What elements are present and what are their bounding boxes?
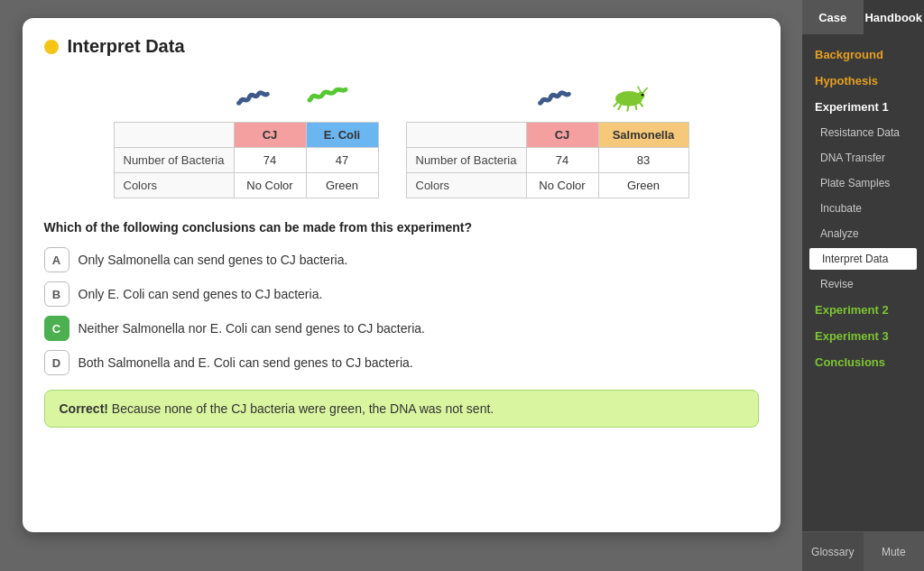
t1-empty	[114, 123, 234, 148]
sidebar: Case Handbook Background Hypothesis Expe…	[802, 0, 924, 571]
cj-bacteria-icon	[219, 73, 291, 118]
correct-label: Correct!	[60, 401, 108, 416]
sidebar-bottom: Glossary Mute	[802, 531, 924, 571]
nav-plate-samples[interactable]: Plate Samples	[802, 170, 924, 196]
sidebar-nav: Background Hypothesis Experiment 1 Resis…	[802, 34, 924, 531]
nav-revise[interactable]: Revise	[802, 272, 924, 297]
t1-r1-label: Number of Bacteria	[114, 148, 234, 173]
t2-col1-header: CJ	[526, 123, 598, 148]
option-row-c[interactable]: C Neither Salmonella nor E. Coli can sen…	[44, 316, 759, 341]
sidebar-tabs: Case Handbook	[802, 0, 924, 34]
tab-handbook[interactable]: Handbook	[864, 0, 925, 34]
nav-interpret-data[interactable]: Interpret Data	[809, 248, 917, 270]
option-text-a[interactable]: Only Salmonella can send genes to CJ bac…	[79, 253, 348, 267]
table2: CJ Salmonella Number of Bacteria 74 83 C…	[406, 122, 689, 198]
t2-r1c2: 83	[598, 148, 688, 173]
t1-col1-header: CJ	[234, 123, 306, 148]
cj2-bacteria-icon	[521, 73, 593, 118]
t1-r2c1: No Color	[234, 173, 306, 198]
t2-r2c1: No Color	[526, 173, 598, 198]
tables-row: CJ E. Coli Number of Bacteria 74 47 Colo…	[44, 73, 759, 198]
t2-col2-header: Salmonella	[598, 123, 688, 148]
glossary-button[interactable]: Glossary	[802, 532, 864, 571]
correct-banner: Correct! Because none of the CJ bacteria…	[44, 390, 759, 428]
option-text-d[interactable]: Both Salmonella and E. Coli can send gen…	[79, 355, 413, 370]
option-badge-d[interactable]: D	[44, 350, 69, 375]
tab-case[interactable]: Case	[802, 0, 864, 34]
nav-resistance-data[interactable]: Resistance Data	[802, 120, 924, 145]
option-badge-c[interactable]: C	[44, 316, 69, 341]
svg-point-0	[236, 101, 241, 106]
yellow-dot-icon	[44, 40, 59, 54]
t2-r1-label: Number of Bacteria	[406, 148, 526, 173]
table1-wrap: CJ E. Coli Number of Bacteria 74 47 Colo…	[114, 73, 379, 198]
interpret-data-card: Interpret Data	[23, 18, 781, 532]
table2-empty-icon	[430, 73, 521, 118]
ecoli-bacteria-icon	[291, 73, 364, 118]
table2-wrap: CJ Salmonella Number of Bacteria 74 83 C…	[406, 73, 689, 198]
nav-incubate[interactable]: Incubate	[802, 196, 924, 221]
table1-icons	[129, 73, 364, 118]
t2-r2-label: Colors	[406, 173, 526, 198]
svg-line-11	[642, 88, 647, 94]
option-row-d[interactable]: D Both Salmonella and E. Coli can send g…	[44, 350, 759, 375]
card-title: Interpret Data	[68, 36, 185, 57]
t2-r2c2: Green	[598, 173, 688, 198]
salmonella-bacteria-icon	[593, 73, 665, 118]
t1-r2-label: Colors	[114, 173, 234, 198]
nav-experiment2[interactable]: Experiment 2	[802, 297, 924, 323]
t1-r2c2: Green	[306, 173, 378, 198]
svg-point-12	[641, 94, 643, 97]
t1-r1c2: 47	[306, 148, 378, 173]
options-list: A Only Salmonella can send genes to CJ b…	[44, 247, 759, 375]
nav-conclusions[interactable]: Conclusions	[802, 349, 924, 375]
t1-r1c1: 74	[234, 148, 306, 173]
table1-empty-icon	[129, 73, 219, 118]
question-text: Which of the following conclusions can b…	[44, 220, 759, 235]
svg-line-10	[638, 87, 641, 93]
t2-r1c1: 74	[526, 148, 598, 173]
mute-button[interactable]: Mute	[864, 532, 925, 571]
card-header: Interpret Data	[44, 36, 759, 57]
option-badge-b[interactable]: B	[44, 281, 69, 307]
nav-hypothesis[interactable]: Hypothesis	[802, 68, 924, 94]
table1: CJ E. Coli Number of Bacteria 74 47 Colo…	[114, 122, 379, 198]
option-row-b[interactable]: B Only E. Coli can send genes to CJ bact…	[44, 281, 759, 307]
t1-col2-header: E. Coli	[306, 123, 378, 148]
nav-experiment1[interactable]: Experiment 1	[802, 94, 924, 120]
nav-background[interactable]: Background	[802, 41, 924, 68]
svg-point-1	[307, 98, 311, 103]
nav-dna-transfer[interactable]: DNA Transfer	[802, 145, 924, 170]
svg-point-2	[538, 101, 542, 106]
correct-text: Because none of the CJ bacteria were gre…	[108, 401, 494, 416]
option-text-c[interactable]: Neither Salmonella nor E. Coli can send …	[79, 321, 425, 336]
option-row-a[interactable]: A Only Salmonella can send genes to CJ b…	[44, 247, 759, 272]
t2-empty	[406, 123, 526, 148]
nav-analyze[interactable]: Analyze	[802, 221, 924, 246]
option-text-b[interactable]: Only E. Coli can send genes to CJ bacter…	[79, 287, 323, 301]
nav-experiment3[interactable]: Experiment 3	[802, 323, 924, 349]
option-badge-a[interactable]: A	[44, 247, 69, 272]
table2-icons	[430, 73, 665, 118]
